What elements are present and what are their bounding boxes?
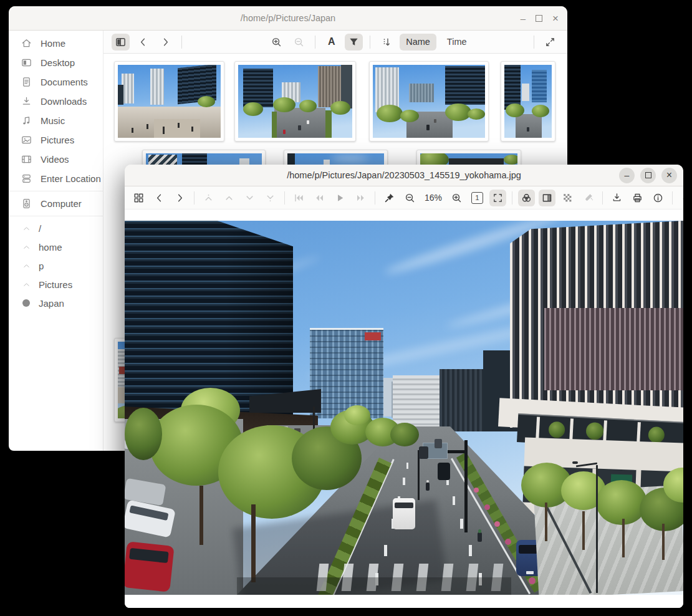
close-button[interactable]: × — [661, 168, 677, 183]
tree-item-p[interactable]: p — [9, 256, 103, 275]
tree — [125, 408, 162, 460]
tree-item-home[interactable]: home — [9, 238, 103, 256]
skip-to-start-button[interactable] — [291, 190, 307, 206]
sedan — [419, 446, 428, 459]
minimize-button[interactable]: – — [619, 168, 635, 183]
forward-button[interactable] — [156, 34, 175, 51]
flowers — [474, 488, 479, 493]
close-button[interactable]: × — [552, 13, 559, 24]
tree-item-pictures[interactable]: Pictures — [9, 275, 103, 294]
tree-item-label: Japan — [39, 298, 64, 309]
thumbnail-plaza-photo[interactable] — [114, 61, 224, 142]
actual-size-button[interactable]: 1 — [469, 190, 486, 206]
thumb-person — [191, 127, 193, 132]
sort-by-name-button[interactable]: Name — [400, 34, 436, 51]
bottom-shadow — [237, 577, 511, 595]
sidebar-item-pictures[interactable]: Pictures — [9, 130, 103, 150]
thumbnail-street-photo[interactable] — [234, 61, 356, 142]
background-toggle-button[interactable] — [539, 190, 555, 206]
maximize-button[interactable] — [640, 168, 656, 183]
rotate-left-button[interactable] — [678, 190, 683, 206]
first-in-folder-button[interactable] — [200, 190, 217, 206]
tree-item-root[interactable]: / — [9, 219, 103, 238]
sidebar-item-videos[interactable]: Videos — [9, 150, 103, 169]
file-manager-titlebar[interactable]: /home/p/Pictures/Japan – × — [9, 6, 567, 31]
next-image-button[interactable] — [171, 190, 188, 206]
color-channels-button[interactable] — [518, 190, 535, 206]
zoom-out-button[interactable] — [290, 34, 308, 51]
thumb-building — [532, 70, 547, 102]
download-icon — [21, 95, 32, 107]
zoom-out-icon — [293, 36, 305, 48]
image-viewer-window: /home/p/Pictures/Japan/20230503_145519_y… — [125, 165, 683, 608]
filter-button[interactable] — [345, 34, 363, 51]
grid-icon — [133, 192, 145, 204]
sidebar-item-documents[interactable]: Documents — [9, 72, 103, 92]
sort-by-time-button[interactable]: Time — [441, 34, 473, 51]
thumb-tree — [299, 100, 317, 112]
thumbnail-avenue-photo[interactable] — [369, 61, 489, 142]
thumb-tree — [377, 105, 403, 122]
fast-forward-button[interactable] — [352, 190, 369, 206]
image-viewer-window-controls: – × — [619, 165, 677, 186]
font-size-button[interactable]: A — [322, 34, 340, 51]
thumbnail-image — [238, 65, 352, 138]
sidebar-item-desktop[interactable]: Desktop — [9, 53, 103, 72]
maximize-icon — [536, 15, 542, 22]
tree-item-label: p — [39, 261, 44, 271]
thumb-building — [122, 74, 134, 103]
image-viewer-titlebar[interactable]: /home/p/Pictures/Japan/20230503_145519_y… — [125, 165, 683, 186]
sidebar-item-enter-location[interactable]: Enter Location — [9, 169, 103, 188]
tree-trunk — [582, 511, 585, 550]
flowers — [484, 504, 490, 510]
license-plate — [526, 571, 534, 574]
thumbnail-image — [118, 65, 221, 138]
slideshow-play-button[interactable] — [332, 190, 348, 206]
thumb-building — [118, 85, 123, 105]
zoom-in-button[interactable] — [448, 190, 465, 206]
print-button[interactable] — [629, 190, 646, 206]
up-button[interactable] — [221, 190, 238, 206]
zoom-in-icon — [451, 192, 463, 204]
one-to-one-icon: 1 — [471, 192, 483, 204]
fit-to-window-button[interactable] — [489, 190, 506, 206]
thumbnail-narrow-street-photo[interactable] — [501, 61, 555, 142]
rewind-button[interactable] — [311, 190, 328, 206]
maximize-button[interactable] — [536, 15, 542, 22]
sidebar-item-music[interactable]: Music — [9, 111, 103, 130]
minimize-button[interactable]: – — [521, 14, 526, 23]
folder-view-button[interactable] — [130, 190, 147, 206]
tree-item-japan-current[interactable]: Japan — [9, 294, 103, 312]
photo-yokohama-street[interactable] — [125, 221, 683, 595]
car-windows — [129, 505, 168, 521]
sidebar-item-home[interactable]: Home — [9, 34, 103, 53]
save-button[interactable] — [608, 190, 625, 206]
back-button[interactable] — [134, 34, 152, 51]
thumb-car — [426, 125, 430, 130]
sort-icon — [380, 36, 392, 48]
smoothing-button[interactable] — [580, 190, 597, 206]
sidebar-item-label: Music — [41, 115, 65, 126]
sidebar-item-computer[interactable]: Computer — [9, 194, 103, 213]
previous-image-button[interactable] — [151, 190, 168, 206]
fullscreen-button[interactable] — [541, 34, 559, 51]
film-icon — [21, 153, 32, 165]
image-info-button[interactable] — [650, 190, 666, 206]
last-in-folder-button[interactable] — [262, 190, 279, 206]
right-ribbed-building — [510, 221, 683, 428]
pin-button[interactable] — [381, 190, 398, 206]
tree-trunk — [251, 504, 256, 582]
checkerboard-button[interactable] — [559, 190, 576, 206]
toolbar-separator — [375, 191, 375, 205]
sidebar-item-label: Desktop — [41, 57, 75, 68]
sidebar-item-downloads[interactable]: Downloads — [9, 92, 103, 111]
zoom-out-button[interactable] — [401, 190, 418, 206]
sort-order-button[interactable] — [377, 34, 395, 51]
terrace-tree — [585, 422, 603, 440]
street-tree — [596, 480, 647, 525]
image-canvas-area — [125, 209, 683, 608]
toggle-sidebar-button[interactable] — [112, 34, 130, 51]
lamp-post — [596, 465, 598, 593]
zoom-in-button[interactable] — [267, 34, 286, 51]
down-button[interactable] — [241, 190, 258, 206]
